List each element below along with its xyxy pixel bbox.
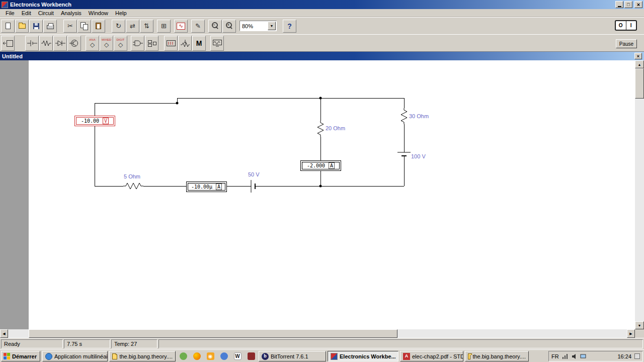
scroll-right-button[interactable]: ▶: [627, 329, 635, 338]
ammeter-bottom-unit: A: [216, 184, 222, 190]
power-on-label[interactable]: I: [626, 21, 636, 30]
start-button[interactable]: Démarrer: [1, 351, 40, 361]
circuit-canvas[interactable]: -10.00 V -10.00µ A -2.000 A 5 Ohm 50 V 2…: [0, 60, 635, 329]
digital-bin-button[interactable]: [145, 36, 158, 51]
minimize-icon: [618, 6, 621, 7]
maximize-button[interactable]: □: [624, 1, 632, 8]
quicklaunch-contacts[interactable]: [218, 351, 230, 361]
paste-button[interactable]: [92, 20, 105, 33]
sources-bin-button[interactable]: [25, 36, 39, 51]
quicklaunch-w-app[interactable]: W: [231, 351, 244, 361]
taskbar: Démarrer Application multilinéair... the…: [0, 349, 644, 362]
save-button[interactable]: [29, 20, 43, 33]
network-icon[interactable]: [580, 354, 586, 359]
quicklaunch-orange-app[interactable]: ◉: [204, 351, 216, 361]
digital-ic-icon: ◇: [118, 42, 123, 48]
menu-edit[interactable]: Edit: [18, 10, 35, 17]
task-folder-2[interactable]: the.big.bang.theory....: [465, 351, 529, 361]
simulation-time: 7.75 s: [64, 339, 110, 348]
task-electronics-workbench[interactable]: Electronics Workbe...: [328, 351, 398, 361]
mixed-ics-bin-button[interactable]: MIXED ◇: [100, 36, 113, 51]
new-document-button[interactable]: [1, 20, 15, 33]
window-controls: □ ×: [615, 1, 642, 8]
horizontal-scrollbar[interactable]: ◀ ▶: [0, 329, 635, 338]
scissors-icon: ✂: [67, 23, 73, 29]
print-button[interactable]: [43, 20, 57, 33]
quicklaunch-leaf[interactable]: [177, 351, 189, 361]
task-pdf[interactable]: A elec-chap2.pdf - STD...: [400, 351, 463, 361]
power-off-label[interactable]: O: [616, 21, 626, 30]
battery-50v[interactable]: [251, 180, 255, 193]
vertical-scrollbar[interactable]: ▲ ▼: [635, 60, 644, 329]
copy-button[interactable]: [77, 20, 91, 33]
vertical-scrollbar-thumb[interactable]: [635, 68, 644, 99]
pencil-icon: ✎: [195, 23, 201, 29]
display-icon: [166, 39, 177, 47]
resistor-30ohm[interactable]: [401, 108, 407, 124]
document-close-button[interactable]: ×: [634, 53, 642, 59]
quicklaunch-red-app[interactable]: [245, 351, 257, 361]
arrow-up-icon: ▲: [638, 63, 641, 66]
signal-bars-icon[interactable]: [562, 353, 568, 359]
task-folder-1[interactable]: the.big.bang.theory....: [109, 351, 176, 361]
analog-ics-bin-button[interactable]: ANA ◇: [86, 36, 99, 51]
favorites-bin-button[interactable]: [1, 36, 15, 51]
zoom-dropdown-button[interactable]: ▼: [268, 22, 276, 30]
task-application[interactable]: Application multilinéair...: [42, 351, 108, 361]
basic-bin-button[interactable]: [39, 36, 53, 51]
digital-ics-bin-button[interactable]: DIGIT ◇: [114, 36, 127, 51]
menu-file[interactable]: File: [2, 10, 18, 17]
voltmeter-display: -10.00 V: [76, 117, 114, 125]
component-properties-button[interactable]: ✎: [191, 20, 205, 33]
bittorrent-icon: b: [262, 353, 269, 360]
ammeter-middle[interactable]: -2.000 A: [300, 160, 341, 171]
create-subcircuit-button[interactable]: ⊞: [157, 20, 171, 33]
zoom-out-button[interactable]: −: [208, 20, 222, 33]
resistor-20ohm[interactable]: [317, 121, 324, 137]
open-button[interactable]: [15, 20, 29, 33]
voltmeter[interactable]: -10.00 V: [74, 116, 115, 126]
diodes-bin-button[interactable]: [53, 36, 67, 51]
menu-help[interactable]: Help: [112, 10, 130, 17]
scroll-down-button[interactable]: ▼: [635, 321, 644, 329]
minimize-button[interactable]: [615, 1, 623, 8]
transistors-bin-button[interactable]: [67, 36, 81, 51]
and-gate-icon: [132, 39, 143, 47]
scroll-left-button[interactable]: ◀: [0, 329, 8, 338]
menu-window[interactable]: Window: [85, 10, 112, 17]
instruments-bin-button[interactable]: [210, 36, 224, 51]
battery-100v[interactable]: [397, 152, 411, 156]
zoom-combobox[interactable]: 80% ▼: [239, 21, 277, 31]
power-switch[interactable]: O I: [615, 20, 637, 31]
close-button[interactable]: ×: [634, 1, 642, 8]
zoom-in-button[interactable]: +: [222, 20, 236, 33]
electronics-workbench-window: Electronics Workbench □ × File Edit Circ…: [0, 0, 644, 362]
rotate-icon: ↻: [116, 23, 121, 29]
menu-circuit[interactable]: Circuit: [35, 10, 57, 17]
display-graphs-button[interactable]: ∿: [174, 20, 188, 33]
controls-bin-button[interactable]: [178, 36, 192, 51]
cut-button[interactable]: ✂: [63, 20, 77, 33]
tray-clock[interactable]: 16:24: [617, 353, 631, 359]
resistor-5ohm[interactable]: [123, 183, 143, 189]
status-filler: [158, 339, 643, 348]
help-button[interactable]: ?: [283, 20, 296, 33]
menu-analysis[interactable]: Analysis: [57, 10, 85, 17]
indicators-bin-button[interactable]: [164, 36, 178, 51]
miscellaneous-bin-button[interactable]: M: [192, 36, 206, 51]
flip-horizontal-button[interactable]: ⇄: [126, 20, 139, 33]
logic-gates-bin-button[interactable]: [131, 36, 144, 51]
rotate-button[interactable]: ↻: [112, 20, 125, 33]
horizontal-scrollbar-thumb[interactable]: [29, 329, 397, 338]
quicklaunch-firefox[interactable]: [191, 351, 203, 361]
calendar-icon[interactable]: [634, 353, 640, 359]
task-bittorrent[interactable]: b BitTorrent 7.6.1: [259, 351, 326, 361]
pause-button[interactable]: Pause: [616, 39, 637, 48]
parts-bin-toolbar: ANA ◇ MIXED ◇ DIGIT ◇ M Pause: [0, 34, 644, 52]
volume-icon[interactable]: [571, 353, 577, 359]
scroll-up-button[interactable]: ▲: [635, 60, 644, 68]
ammeter-bottom[interactable]: -10.00µ A: [186, 182, 227, 192]
task-buttons: Application multilinéair... the.big.bang…: [42, 351, 547, 361]
language-indicator[interactable]: FR: [551, 353, 559, 359]
flip-vertical-button[interactable]: ⇅: [140, 20, 153, 33]
